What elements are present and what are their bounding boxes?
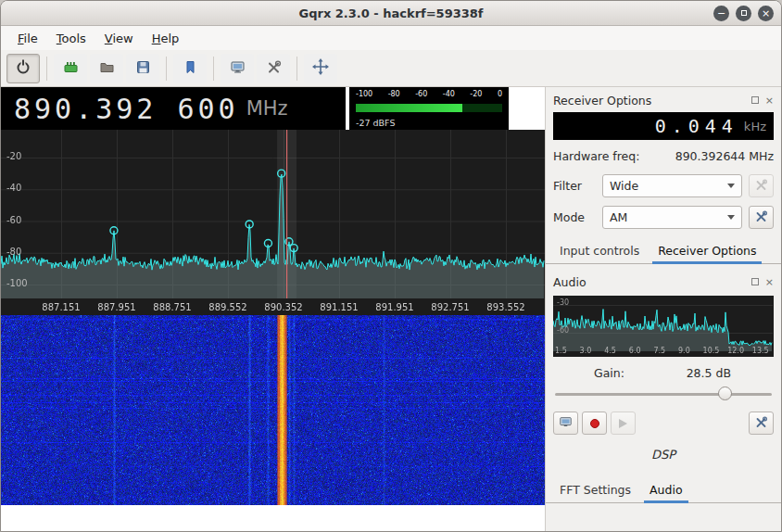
audio-y-tick: -60 [557,327,569,335]
mode-label: Mode [553,210,596,224]
io-devices-button[interactable] [54,54,87,83]
mode-options-button[interactable] [749,206,774,229]
meter-tick: -100 [356,91,372,98]
audio-x-tick: 9.0 [678,348,690,355]
wrench-icon [755,416,767,431]
tab-input-controls[interactable]: Input controls [551,239,648,264]
gain-row: Gain: 28.5 dB [553,366,774,380]
toolbar [1,50,781,87]
bookmarks-button[interactable] [173,54,207,83]
tools-button[interactable] [257,54,290,83]
close-button[interactable]: × [758,6,774,21]
filter-offset-display[interactable]: 0.044 kHz [553,112,774,140]
meter-tick: -40 [443,91,455,98]
waterfall[interactable] [1,315,545,505]
maximize-button[interactable] [736,6,751,21]
toolbar-separator [296,57,297,81]
tab-fft-settings[interactable]: FFT Settings [551,478,639,503]
open-button[interactable] [90,54,123,83]
remote-control-button[interactable] [221,54,254,83]
toolbar-separator [213,57,214,81]
audio-x-tick: 10.5 [703,348,720,355]
gain-slider-groove[interactable] [555,393,772,396]
audio-buttons [553,412,774,435]
meter-tick: -20 [470,91,482,98]
hardware-freq-row: Hardware freq: 890.392644 MHz [553,149,774,163]
receiver-options-header: Receiver Options × [553,91,774,109]
gain-slider[interactable] [555,386,772,402]
power-button[interactable] [6,54,40,83]
save-button[interactable] [126,54,159,83]
minimize-button[interactable]: − [713,6,729,21]
dock-controls: × [751,277,774,287]
window-controls: − × [713,6,774,21]
remote-control-icon [230,59,246,78]
filter-options-button [749,174,774,197]
menu-tools[interactable]: Tools [47,28,95,49]
chevron-down-icon [727,184,735,188]
filter-value: Wide [610,179,638,193]
window-title: Gqrx 2.3.0 - hackrf=59338f [1,6,781,20]
io-devices-icon [63,59,79,78]
menu-view[interactable]: View [95,28,143,49]
hardware-freq-value: 890.392644 MHz [675,149,774,163]
signal-meter: -100-80-60-40-200 -27 dBFS [349,87,509,130]
maximize-icon [741,10,747,16]
meter-value: -27 dBFS [356,119,502,128]
tab-receiver-options[interactable]: Receiver Options [650,239,764,264]
toolbar-separator [166,57,167,81]
dsp-label: DSP [553,448,774,462]
frequency-value[interactable]: 890.392 600 [14,93,239,125]
close-panel-icon[interactable]: × [765,95,774,106]
meter-ticks: -100-80-60-40-200 [356,90,502,97]
play-icon [619,419,627,428]
gqrx-window: Gqrx 2.3.0 - hackrf=59338f − × File Tool… [0,0,782,532]
close-icon: × [762,8,770,19]
audio-x-tick: 1.5 [555,348,567,355]
audio-x-tick: 6.0 [629,348,641,355]
receiver-panel: Receiver Options × 0.044 kHz Hardware fr… [545,87,781,531]
close-panel-icon[interactable]: × [765,277,774,287]
title-bar[interactable]: Gqrx 2.3.0 - hackrf=59338f − × [1,1,781,26]
offset-value[interactable]: 0.044 [655,115,738,137]
fullscreen-icon [312,58,329,78]
fullscreen-button[interactable] [304,54,337,83]
filter-row: Filter Wide [553,174,774,197]
waterfall-canvas[interactable] [1,315,545,505]
receiver-options-title: Receiver Options [553,94,651,108]
audio-header: Audio × [553,272,774,291]
gain-slider-handle[interactable] [718,386,732,400]
audio-x-tick: 3.0 [580,348,592,355]
filter-label: Filter [553,179,596,193]
meter-bar-fill [356,104,462,112]
open-folder-icon [99,59,115,78]
left-bottom-area [1,505,545,531]
frequency-display[interactable]: 890.392 600 MHz [1,87,346,130]
audio-options-button[interactable] [749,412,774,435]
panel-bottom-area [553,503,774,531]
float-panel-icon[interactable] [751,278,759,285]
tab-audio[interactable]: Audio [641,478,691,503]
filter-select[interactable]: Wide [602,174,742,197]
frequency-unit: MHz [246,97,288,120]
audio-spectrum-plot: -30-60 1.53.04.56.07.59.010.512.013.5 [553,296,774,357]
audio-x-tick: 4.5 [604,348,616,355]
mode-row: Mode AM [553,206,774,229]
spectrum-plot[interactable]: -20-40-60-80-100 887.151887.951888.75188… [1,130,545,315]
audio-title: Audio [553,275,586,289]
bookmarks-icon [183,59,198,78]
mode-value: AM [610,210,627,224]
meter-tick: -80 [388,91,400,98]
float-panel-icon[interactable] [751,96,759,104]
spectrum-canvas[interactable] [1,130,545,315]
receiver-tabbar: Input controls Receiver Options [546,239,781,264]
audio-stream-button[interactable] [553,412,578,435]
menu-file[interactable]: File [8,28,47,49]
menu-help[interactable]: Help [143,28,189,49]
audio-record-button[interactable] [582,412,607,435]
audio-play-button [611,412,636,435]
meter-tick: -60 [415,91,427,98]
meter-bar [356,104,502,112]
mode-select[interactable]: AM [602,206,742,229]
save-floppy-icon [135,59,151,78]
